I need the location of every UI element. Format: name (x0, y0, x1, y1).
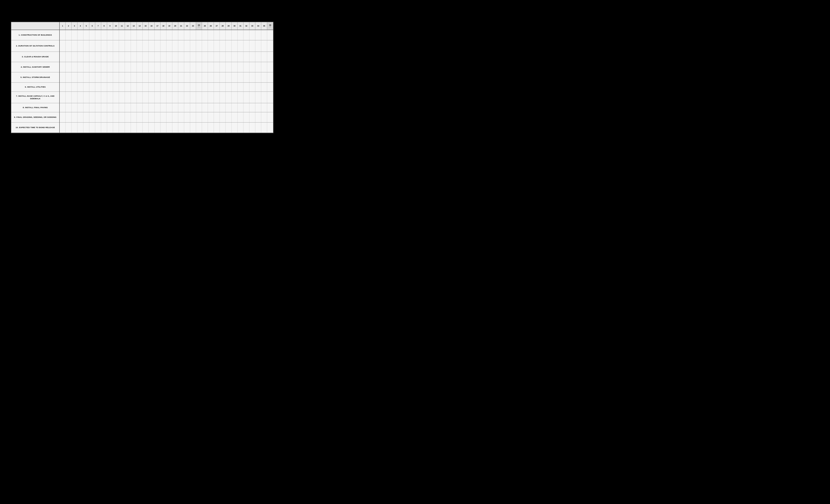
month-header-3: 3 (71, 22, 77, 30)
cell-r3-m30 (232, 52, 237, 62)
cell-r6-m5 (84, 83, 89, 92)
cell-r3-m2 (66, 52, 71, 62)
cell-r7-m23 (190, 92, 196, 103)
cell-r1-m2 (66, 30, 71, 40)
cell-r5-m2 (66, 72, 71, 83)
cell-r5-m1 (60, 72, 66, 83)
cell-r10-m2 (66, 123, 71, 133)
month-header-8: 8 (101, 22, 107, 30)
cell-r6-m17 (155, 83, 160, 92)
cell-r9-m15 (143, 112, 149, 122)
cell-r7-m35 (261, 92, 267, 103)
cell-r5-m14 (137, 72, 143, 83)
cell-r1-m20 (172, 30, 178, 40)
cell-r8-m2 (66, 103, 71, 112)
cell-r9-m1 (60, 112, 66, 122)
cell-r7-m26 (208, 92, 214, 103)
cell-r4-m14 (137, 62, 143, 72)
cell-r9-m24 (196, 112, 202, 122)
cell-r9-m33 (249, 112, 255, 122)
cell-r9-m20 (172, 112, 178, 122)
cell-r10-m26 (208, 123, 214, 133)
cell-r10-m34 (255, 123, 261, 133)
cell-r6-m8 (101, 83, 107, 92)
cell-r2-m32 (244, 40, 249, 52)
cell-r7-m31 (237, 92, 244, 103)
cell-r9-m29 (226, 112, 232, 122)
cell-r6-m27 (214, 83, 220, 92)
cell-r10-m30 (232, 123, 237, 133)
month-header-34: 34 (255, 22, 261, 30)
cell-r3-m19 (166, 52, 172, 62)
cell-r9-m4 (77, 112, 84, 122)
cell-r2-m18 (160, 40, 166, 52)
cell-r2-m31 (237, 40, 244, 52)
cell-r7-m8 (101, 92, 107, 103)
cell-r1-m7 (95, 30, 101, 40)
cell-r2-m19 (166, 40, 172, 52)
cell-r5-m6 (89, 72, 95, 83)
cell-r2-m20 (172, 40, 178, 52)
cell-r2-m30 (232, 40, 237, 52)
cell-r5-m27 (214, 72, 220, 83)
cell-r10-m23 (190, 123, 196, 133)
cell-r9-m16 (149, 112, 155, 122)
month-header-12: 12 (125, 22, 131, 30)
cell-r8-m24 (196, 103, 202, 112)
cell-r10-m10 (113, 123, 119, 133)
month-header-14: 14 (137, 22, 143, 30)
cell-r5-m19 (166, 72, 172, 83)
cell-r9-m21 (178, 112, 184, 122)
month-header-35: 35 (261, 22, 267, 30)
cell-r1-m29 (226, 30, 232, 40)
cell-r9-m5 (84, 112, 89, 122)
cell-r3-m3 (71, 52, 77, 62)
month-header-30: 30 (232, 22, 237, 30)
cell-r3-m6 (89, 52, 95, 62)
cell-r4-m16 (149, 62, 155, 72)
cell-r3-m28 (220, 52, 226, 62)
label-row-4: 4. INSTALL SANITARY SEWER (11, 62, 59, 72)
cell-r10-m32 (244, 123, 249, 133)
cell-r3-m10 (113, 52, 119, 62)
cell-r3-m9 (107, 52, 113, 62)
cell-r9-m26 (208, 112, 214, 122)
cell-r3-m14 (137, 52, 143, 62)
cell-r6-m20 (172, 83, 178, 92)
cell-r8-m7 (95, 103, 101, 112)
cell-r9-m18 (160, 112, 166, 122)
cell-r7-m16 (149, 92, 155, 103)
cell-r8-m6 (89, 103, 95, 112)
row-labels-column: 1. CONSTRUCTION OF BUILDINGS2. DURATION … (11, 22, 60, 133)
cell-r1-m26 (208, 30, 214, 40)
cell-r2-m3 (71, 40, 77, 52)
cell-r2-m8 (101, 40, 107, 52)
cell-r6-m9 (107, 83, 113, 92)
cell-r2-m13 (131, 40, 137, 52)
cell-r6-m1 (60, 83, 66, 92)
cell-r10-m7 (95, 123, 101, 133)
cell-r10-m15 (143, 123, 149, 133)
cell-r2-m12 (125, 40, 131, 52)
cell-r4-m18 (160, 62, 166, 72)
cell-r7-m3 (71, 92, 77, 103)
cell-r2-m34 (255, 40, 261, 52)
cell-r8-m25 (202, 103, 208, 112)
cell-r5-m28 (220, 72, 226, 83)
cell-r3-m5 (84, 52, 89, 62)
cell-r4-m10 (113, 62, 119, 72)
cell-r4-m27 (214, 62, 220, 72)
cell-r8-m19 (166, 103, 172, 112)
cell-r5-m31 (237, 72, 244, 83)
cell-r8-m13 (131, 103, 137, 112)
cell-r6-m7 (95, 83, 101, 92)
month-header-21: 21 (178, 22, 184, 30)
cell-r9-m14 (137, 112, 143, 122)
cell-r5-m9 (107, 72, 113, 83)
cell-r9-m17 (155, 112, 160, 122)
label-row-9: 9. FINAL GRADING, SEEDING, OR SODDING (11, 112, 59, 123)
cell-r7-m20 (172, 92, 178, 103)
cell-r7-m32 (244, 92, 249, 103)
cell-r5-m21 (178, 72, 184, 83)
cell-r2-m35 (261, 40, 267, 52)
